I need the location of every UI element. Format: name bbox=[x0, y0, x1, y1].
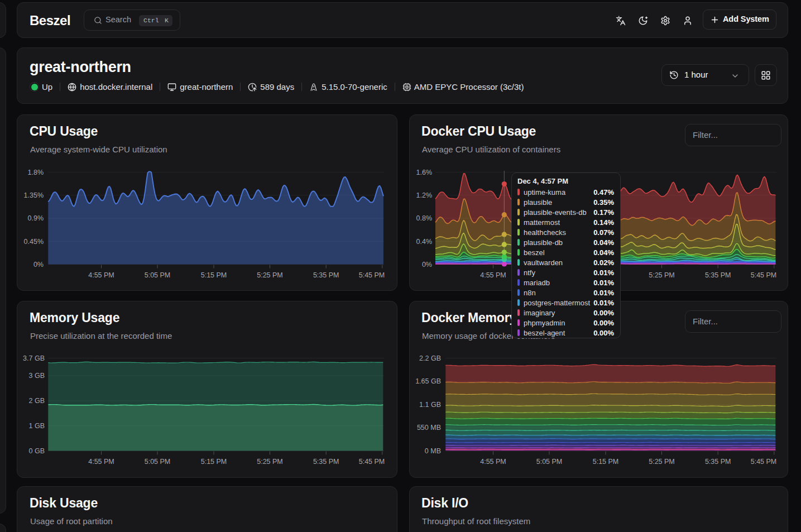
svg-text:2 GB: 2 GB bbox=[29, 397, 45, 405]
svg-text:5:35 PM: 5:35 PM bbox=[705, 458, 731, 466]
svg-text:5:25 PM: 5:25 PM bbox=[649, 271, 675, 279]
svg-text:5:35 PM: 5:35 PM bbox=[313, 271, 339, 279]
svg-text:5:05 PM: 5:05 PM bbox=[536, 458, 563, 466]
svg-text:4:55 PM: 4:55 PM bbox=[480, 271, 506, 279]
svg-text:0.8%: 0.8% bbox=[416, 214, 433, 222]
svg-text:1.1 GB: 1.1 GB bbox=[419, 401, 441, 409]
svg-text:5:05 PM: 5:05 PM bbox=[145, 458, 171, 466]
svg-text:0 MB: 0 MB bbox=[425, 447, 441, 455]
svg-text:2.2 GB: 2.2 GB bbox=[419, 354, 441, 362]
svg-text:1.65 GB: 1.65 GB bbox=[415, 377, 441, 385]
svg-text:5:45 PM: 5:45 PM bbox=[359, 271, 385, 279]
svg-text:5:25 PM: 5:25 PM bbox=[257, 271, 283, 279]
svg-text:5:35 PM: 5:35 PM bbox=[313, 458, 339, 466]
svg-text:1 GB: 1 GB bbox=[29, 422, 45, 430]
svg-text:5:25 PM: 5:25 PM bbox=[257, 458, 283, 466]
svg-text:0%: 0% bbox=[33, 261, 44, 269]
svg-text:0.4%: 0.4% bbox=[416, 238, 433, 246]
svg-text:5:25 PM: 5:25 PM bbox=[649, 458, 675, 466]
svg-text:5:45 PM: 5:45 PM bbox=[751, 458, 777, 466]
svg-text:0%: 0% bbox=[422, 261, 432, 269]
svg-text:4:55 PM: 4:55 PM bbox=[480, 458, 506, 466]
svg-text:1.35%: 1.35% bbox=[24, 191, 44, 199]
svg-text:5:15 PM: 5:15 PM bbox=[201, 458, 227, 466]
svg-text:3.7 GB: 3.7 GB bbox=[23, 354, 45, 362]
svg-text:550 MB: 550 MB bbox=[417, 424, 441, 432]
svg-text:5:45 PM: 5:45 PM bbox=[359, 458, 385, 466]
svg-text:4:55 PM: 4:55 PM bbox=[88, 458, 114, 466]
svg-text:5:05 PM: 5:05 PM bbox=[145, 271, 171, 279]
svg-text:5:45 PM: 5:45 PM bbox=[751, 271, 777, 279]
svg-text:4:55 PM: 4:55 PM bbox=[88, 271, 114, 279]
svg-text:5:15 PM: 5:15 PM bbox=[593, 458, 619, 466]
svg-text:1.2%: 1.2% bbox=[416, 191, 433, 199]
svg-text:5:15 PM: 5:15 PM bbox=[201, 271, 227, 279]
svg-text:1.8%: 1.8% bbox=[28, 169, 44, 176]
svg-text:0.45%: 0.45% bbox=[24, 238, 44, 246]
svg-text:3 GB: 3 GB bbox=[29, 372, 45, 380]
svg-text:1.6%: 1.6% bbox=[416, 169, 433, 176]
svg-text:0.9%: 0.9% bbox=[28, 214, 44, 222]
svg-text:0 GB: 0 GB bbox=[29, 447, 45, 455]
svg-text:5:35 PM: 5:35 PM bbox=[705, 271, 731, 279]
